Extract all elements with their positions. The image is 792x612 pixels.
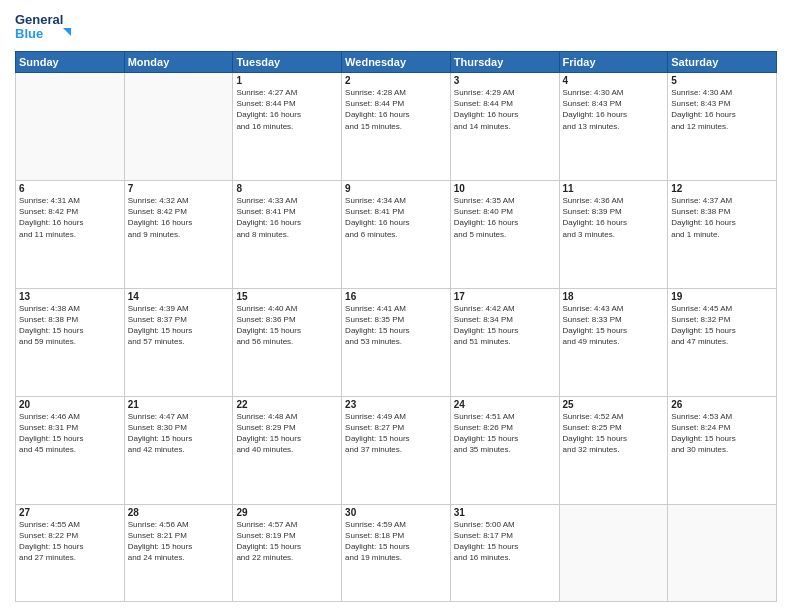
calendar-cell: 28Sunrise: 4:56 AM Sunset: 8:21 PM Dayli… (124, 504, 233, 601)
weekday-header-monday: Monday (124, 52, 233, 73)
calendar-cell: 2Sunrise: 4:28 AM Sunset: 8:44 PM Daylig… (342, 73, 451, 181)
calendar-cell: 6Sunrise: 4:31 AM Sunset: 8:42 PM Daylig… (16, 180, 125, 288)
day-number: 25 (563, 399, 665, 410)
day-number: 24 (454, 399, 556, 410)
day-number: 5 (671, 75, 773, 86)
day-number: 8 (236, 183, 338, 194)
calendar-cell: 3Sunrise: 4:29 AM Sunset: 8:44 PM Daylig… (450, 73, 559, 181)
calendar-cell (559, 504, 668, 601)
calendar-cell: 29Sunrise: 4:57 AM Sunset: 8:19 PM Dayli… (233, 504, 342, 601)
day-info: Sunrise: 4:42 AM Sunset: 8:34 PM Dayligh… (454, 303, 556, 348)
day-info: Sunrise: 4:56 AM Sunset: 8:21 PM Dayligh… (128, 519, 230, 564)
day-info: Sunrise: 4:30 AM Sunset: 8:43 PM Dayligh… (563, 87, 665, 132)
calendar-cell: 18Sunrise: 4:43 AM Sunset: 8:33 PM Dayli… (559, 288, 668, 396)
calendar-cell: 24Sunrise: 4:51 AM Sunset: 8:26 PM Dayli… (450, 396, 559, 504)
day-number: 29 (236, 507, 338, 518)
calendar-table: SundayMondayTuesdayWednesdayThursdayFrid… (15, 51, 777, 602)
calendar-cell: 26Sunrise: 4:53 AM Sunset: 8:24 PM Dayli… (668, 396, 777, 504)
calendar-cell: 9Sunrise: 4:34 AM Sunset: 8:41 PM Daylig… (342, 180, 451, 288)
day-number: 16 (345, 291, 447, 302)
calendar-cell: 25Sunrise: 4:52 AM Sunset: 8:25 PM Dayli… (559, 396, 668, 504)
day-info: Sunrise: 4:36 AM Sunset: 8:39 PM Dayligh… (563, 195, 665, 240)
calendar-cell (16, 73, 125, 181)
day-info: Sunrise: 4:37 AM Sunset: 8:38 PM Dayligh… (671, 195, 773, 240)
calendar-week-row: 6Sunrise: 4:31 AM Sunset: 8:42 PM Daylig… (16, 180, 777, 288)
calendar-week-row: 27Sunrise: 4:55 AM Sunset: 8:22 PM Dayli… (16, 504, 777, 601)
day-info: Sunrise: 4:55 AM Sunset: 8:22 PM Dayligh… (19, 519, 121, 564)
calendar-cell: 21Sunrise: 4:47 AM Sunset: 8:30 PM Dayli… (124, 396, 233, 504)
day-number: 1 (236, 75, 338, 86)
svg-text:General: General (15, 12, 63, 27)
logo-svg: GeneralBlue (15, 10, 75, 45)
page: GeneralBlue SundayMondayTuesdayWednesday… (0, 0, 792, 612)
weekday-header-saturday: Saturday (668, 52, 777, 73)
calendar-cell: 19Sunrise: 4:45 AM Sunset: 8:32 PM Dayli… (668, 288, 777, 396)
day-number: 3 (454, 75, 556, 86)
weekday-header-tuesday: Tuesday (233, 52, 342, 73)
day-info: Sunrise: 4:59 AM Sunset: 8:18 PM Dayligh… (345, 519, 447, 564)
day-info: Sunrise: 4:41 AM Sunset: 8:35 PM Dayligh… (345, 303, 447, 348)
day-info: Sunrise: 5:00 AM Sunset: 8:17 PM Dayligh… (454, 519, 556, 564)
calendar-cell: 1Sunrise: 4:27 AM Sunset: 8:44 PM Daylig… (233, 73, 342, 181)
day-info: Sunrise: 4:38 AM Sunset: 8:38 PM Dayligh… (19, 303, 121, 348)
weekday-header-wednesday: Wednesday (342, 52, 451, 73)
svg-marker-2 (63, 28, 71, 36)
calendar-cell: 23Sunrise: 4:49 AM Sunset: 8:27 PM Dayli… (342, 396, 451, 504)
calendar-cell: 27Sunrise: 4:55 AM Sunset: 8:22 PM Dayli… (16, 504, 125, 601)
day-info: Sunrise: 4:27 AM Sunset: 8:44 PM Dayligh… (236, 87, 338, 132)
calendar-cell: 12Sunrise: 4:37 AM Sunset: 8:38 PM Dayli… (668, 180, 777, 288)
day-number: 27 (19, 507, 121, 518)
day-info: Sunrise: 4:33 AM Sunset: 8:41 PM Dayligh… (236, 195, 338, 240)
calendar-cell: 31Sunrise: 5:00 AM Sunset: 8:17 PM Dayli… (450, 504, 559, 601)
calendar-cell: 20Sunrise: 4:46 AM Sunset: 8:31 PM Dayli… (16, 396, 125, 504)
day-info: Sunrise: 4:43 AM Sunset: 8:33 PM Dayligh… (563, 303, 665, 348)
day-number: 17 (454, 291, 556, 302)
day-number: 15 (236, 291, 338, 302)
day-info: Sunrise: 4:40 AM Sunset: 8:36 PM Dayligh… (236, 303, 338, 348)
weekday-header-friday: Friday (559, 52, 668, 73)
day-number: 7 (128, 183, 230, 194)
weekday-header-thursday: Thursday (450, 52, 559, 73)
day-info: Sunrise: 4:39 AM Sunset: 8:37 PM Dayligh… (128, 303, 230, 348)
day-info: Sunrise: 4:35 AM Sunset: 8:40 PM Dayligh… (454, 195, 556, 240)
day-number: 4 (563, 75, 665, 86)
svg-text:Blue: Blue (15, 26, 43, 41)
day-info: Sunrise: 4:32 AM Sunset: 8:42 PM Dayligh… (128, 195, 230, 240)
calendar-cell: 16Sunrise: 4:41 AM Sunset: 8:35 PM Dayli… (342, 288, 451, 396)
calendar-cell: 10Sunrise: 4:35 AM Sunset: 8:40 PM Dayli… (450, 180, 559, 288)
day-info: Sunrise: 4:57 AM Sunset: 8:19 PM Dayligh… (236, 519, 338, 564)
day-number: 23 (345, 399, 447, 410)
calendar-week-row: 13Sunrise: 4:38 AM Sunset: 8:38 PM Dayli… (16, 288, 777, 396)
calendar-week-row: 1Sunrise: 4:27 AM Sunset: 8:44 PM Daylig… (16, 73, 777, 181)
day-info: Sunrise: 4:52 AM Sunset: 8:25 PM Dayligh… (563, 411, 665, 456)
calendar-cell (124, 73, 233, 181)
calendar-cell: 5Sunrise: 4:30 AM Sunset: 8:43 PM Daylig… (668, 73, 777, 181)
day-number: 6 (19, 183, 121, 194)
calendar-cell: 8Sunrise: 4:33 AM Sunset: 8:41 PM Daylig… (233, 180, 342, 288)
day-number: 22 (236, 399, 338, 410)
day-number: 26 (671, 399, 773, 410)
weekday-header-row: SundayMondayTuesdayWednesdayThursdayFrid… (16, 52, 777, 73)
calendar-body: 1Sunrise: 4:27 AM Sunset: 8:44 PM Daylig… (16, 73, 777, 602)
day-info: Sunrise: 4:30 AM Sunset: 8:43 PM Dayligh… (671, 87, 773, 132)
day-info: Sunrise: 4:47 AM Sunset: 8:30 PM Dayligh… (128, 411, 230, 456)
day-number: 21 (128, 399, 230, 410)
logo: GeneralBlue (15, 10, 75, 45)
calendar-cell: 15Sunrise: 4:40 AM Sunset: 8:36 PM Dayli… (233, 288, 342, 396)
calendar-cell: 22Sunrise: 4:48 AM Sunset: 8:29 PM Dayli… (233, 396, 342, 504)
calendar-cell: 13Sunrise: 4:38 AM Sunset: 8:38 PM Dayli… (16, 288, 125, 396)
day-number: 13 (19, 291, 121, 302)
day-number: 14 (128, 291, 230, 302)
day-info: Sunrise: 4:29 AM Sunset: 8:44 PM Dayligh… (454, 87, 556, 132)
calendar-cell: 17Sunrise: 4:42 AM Sunset: 8:34 PM Dayli… (450, 288, 559, 396)
day-info: Sunrise: 4:46 AM Sunset: 8:31 PM Dayligh… (19, 411, 121, 456)
day-number: 10 (454, 183, 556, 194)
calendar-cell: 11Sunrise: 4:36 AM Sunset: 8:39 PM Dayli… (559, 180, 668, 288)
header: GeneralBlue (15, 10, 777, 45)
calendar-cell: 14Sunrise: 4:39 AM Sunset: 8:37 PM Dayli… (124, 288, 233, 396)
day-number: 2 (345, 75, 447, 86)
weekday-header-sunday: Sunday (16, 52, 125, 73)
calendar-cell (668, 504, 777, 601)
day-number: 30 (345, 507, 447, 518)
calendar-cell: 30Sunrise: 4:59 AM Sunset: 8:18 PM Dayli… (342, 504, 451, 601)
